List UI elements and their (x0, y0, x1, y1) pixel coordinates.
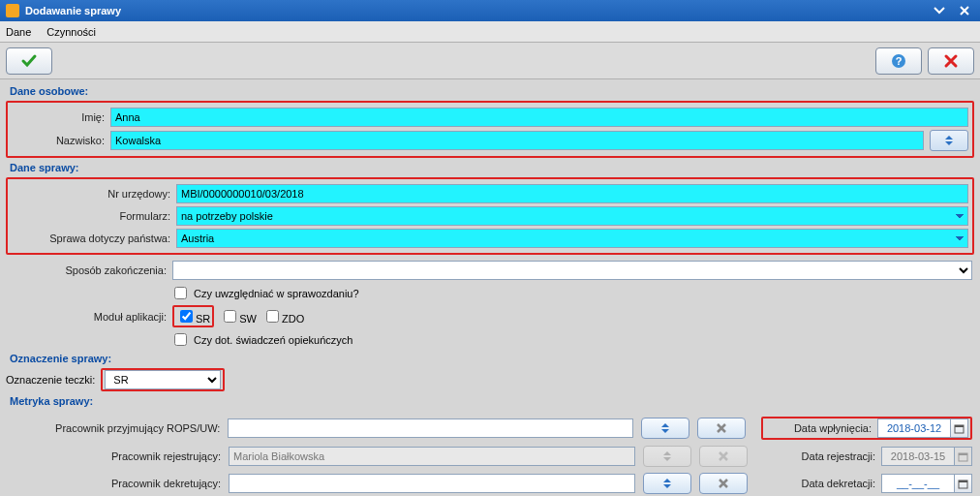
dekret-clear-button[interactable] (699, 473, 748, 494)
modul-label: Moduł aplikacji: (8, 311, 167, 323)
przyjm-clear-button[interactable] (697, 418, 746, 439)
chk-sw[interactable]: SW (220, 307, 257, 326)
sposob-select[interactable] (172, 261, 972, 280)
toolbar: ? (0, 43, 980, 79)
close-button[interactable] (955, 3, 974, 18)
data-dekr-input[interactable] (881, 474, 955, 493)
cancel-button[interactable] (928, 47, 974, 75)
svg-rect-3 (955, 425, 964, 427)
nr-label: Nr urzędowy: (12, 188, 170, 200)
titlebar: Dodawanie sprawy (0, 0, 980, 21)
nazwisko-label: Nazwisko: (12, 135, 105, 146)
dotyczy-label: Sprawa dotyczy państwa: (12, 232, 170, 244)
menu-czynnosci[interactable]: Czynności (46, 26, 96, 38)
data-rej-input (881, 447, 955, 466)
data-dekr-label: Data dekretacji: (769, 478, 875, 489)
group-title-sprawy: Dane sprawy: (6, 160, 974, 177)
przyjm-input[interactable] (228, 418, 633, 438)
group-dane-sprawy: Dane sprawy: Nr urzędowy: Formularz: na … (6, 160, 974, 349)
data-rej-cal-button (955, 447, 972, 466)
pick-person-button[interactable] (930, 130, 968, 151)
minimize-button[interactable] (930, 3, 949, 18)
svg-rect-5 (959, 453, 967, 455)
window: Dodawanie sprawy Dane Czynności ? Dane o… (0, 0, 980, 496)
group-title-oznaczenie: Oznaczenie sprawy: (6, 351, 974, 368)
dotyczy-select[interactable]: Austria (176, 229, 968, 248)
chk-zdo[interactable]: ZDO (262, 307, 304, 326)
content: Dane osobowe: Imię: Nazwisko: Dane spraw… (0, 79, 980, 496)
menu-dane[interactable]: Dane (6, 26, 31, 38)
formularz-select[interactable]: na potrzeby polskie (176, 206, 968, 226)
app-icon (6, 4, 19, 17)
group-title-metryka: Metryka sprawy: (6, 393, 974, 411)
group-oznaczenie: Oznaczenie sprawy: Oznaczenie teczki: SR (6, 351, 974, 391)
chk-opiek[interactable]: Czy dot. świadczeń opiekuńczych (170, 330, 352, 349)
rejest-pick-button (643, 446, 691, 467)
nazwisko-input[interactable] (110, 131, 924, 150)
svg-text:?: ? (896, 55, 903, 67)
accept-button[interactable] (6, 47, 52, 75)
sposob-label: Sposób zakończenia: (8, 264, 167, 276)
imie-label: Imię: (12, 111, 105, 123)
dekret-input[interactable] (229, 474, 635, 493)
dekret-pick-button[interactable] (643, 473, 691, 494)
formularz-label: Formularz: (12, 210, 170, 222)
imie-input[interactable] (110, 108, 968, 127)
data-wpl-input[interactable] (877, 418, 951, 438)
nr-input[interactable] (176, 184, 968, 203)
group-title-osobowe: Dane osobowe: (6, 83, 974, 101)
przyjm-pick-button[interactable] (641, 418, 689, 439)
data-wpl-cal-button[interactable] (951, 418, 968, 438)
group-dane-osobowe: Dane osobowe: Imię: Nazwisko: (6, 83, 974, 158)
dekret-label: Pracownik dekretujący: (8, 478, 221, 489)
rejest-label: Pracownik rejestrujący: (8, 450, 221, 462)
svg-rect-7 (959, 480, 967, 482)
teczka-select[interactable]: SR (105, 370, 221, 389)
teczka-label: Oznaczenie teczki: (6, 374, 95, 386)
data-dekr-cal-button[interactable] (955, 474, 972, 493)
menubar: Dane Czynności (0, 21, 980, 43)
window-title: Dodawanie sprawy (25, 5, 924, 16)
rejest-input (229, 447, 635, 466)
group-metryka: Metryka sprawy: Pracownik przyjmujący RO… (6, 393, 974, 496)
data-rej-label: Data rejestracji: (769, 450, 875, 462)
rejest-clear-button (699, 446, 748, 467)
help-button[interactable]: ? (875, 47, 922, 75)
przyjm-label: Pracownik przyjmujący ROPS/UW: (8, 422, 220, 434)
chk-sr[interactable]: SR (176, 307, 210, 326)
chk-sprawozdanie[interactable]: Czy uwzględniać w sprawozdaniu? (170, 284, 359, 302)
data-wpl-label: Data wpłynięcia: (765, 422, 872, 434)
